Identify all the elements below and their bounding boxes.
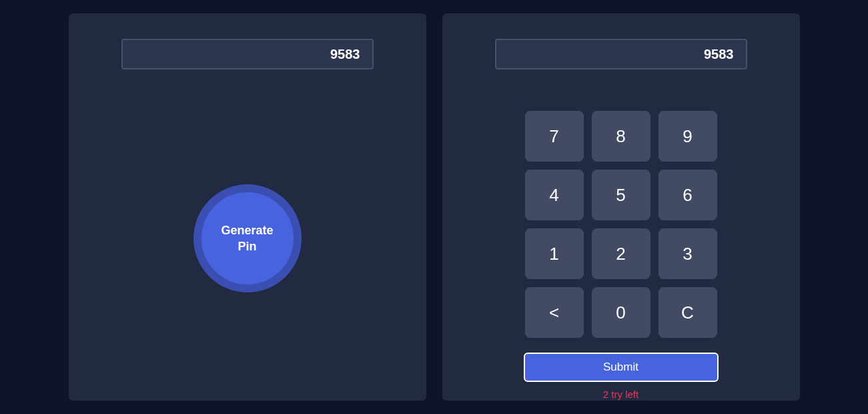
enter-pin-panel: 7 8 9 4 5 6 1 2 3 < 0 C Submit 2 try lef… — [442, 13, 800, 401]
key-8[interactable]: 8 — [592, 111, 650, 162]
entered-pin-display — [495, 39, 747, 69]
generate-pin-button[interactable]: Generate Pin — [193, 184, 302, 292]
generate-pin-panel: Generate Pin — [69, 13, 426, 401]
key-4[interactable]: 4 — [525, 170, 584, 220]
numeric-keypad: 7 8 9 4 5 6 1 2 3 < 0 C — [525, 111, 717, 338]
key-clear[interactable]: C — [659, 287, 717, 338]
attempts-remaining-text: 2 try left — [603, 389, 638, 400]
key-5[interactable]: 5 — [592, 170, 650, 220]
key-0[interactable]: 0 — [592, 287, 650, 338]
generate-pin-label-line1: Generate — [201, 222, 294, 238]
submit-button[interactable]: Submit — [524, 353, 719, 382]
key-1[interactable]: 1 — [525, 228, 584, 279]
key-7[interactable]: 7 — [525, 111, 584, 162]
generate-pin-label-line2: Pin — [201, 238, 294, 254]
key-backspace[interactable]: < — [525, 287, 584, 338]
key-2[interactable]: 2 — [592, 228, 650, 279]
generated-pin-display — [121, 39, 374, 69]
key-3[interactable]: 3 — [659, 228, 717, 279]
key-6[interactable]: 6 — [659, 170, 717, 220]
key-9[interactable]: 9 — [659, 111, 717, 162]
